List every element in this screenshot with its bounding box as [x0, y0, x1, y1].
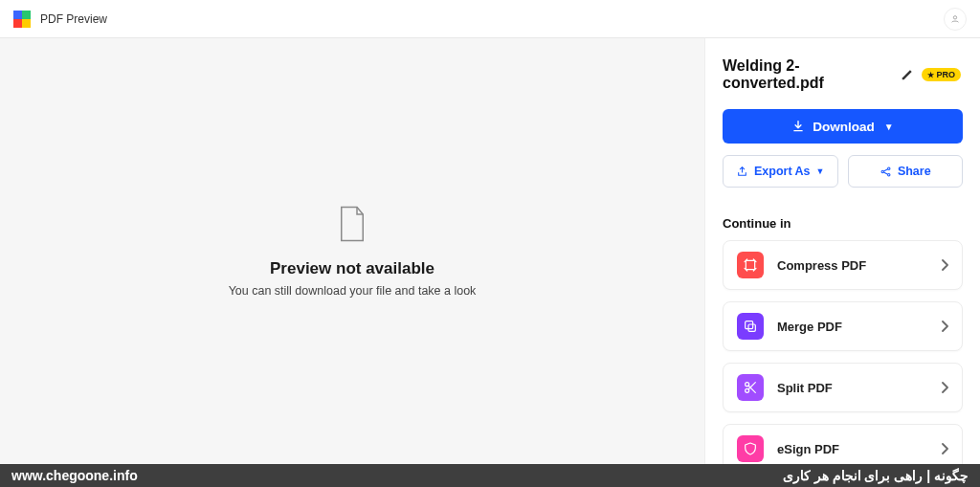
continue-label: Continue in [705, 188, 980, 240]
chevron-right-icon [941, 382, 948, 393]
tool-label: Compress PDF [777, 258, 866, 273]
export-label: Export As [754, 165, 811, 178]
share-button[interactable]: Share [848, 155, 964, 188]
watermark-bar: www.chegoone.info چگونه | راهی برای انجا… [0, 464, 980, 487]
tool-label: Split PDF [777, 381, 833, 395]
content: Preview not available You can still down… [0, 38, 980, 464]
tool-label: Merge PDF [777, 320, 842, 334]
export-button[interactable]: Export As ▼ [723, 155, 838, 188]
svg-point-0 [953, 15, 956, 18]
svg-point-1 [881, 170, 883, 172]
tool-compress[interactable]: Compress PDF [723, 240, 963, 290]
download-icon [791, 120, 805, 133]
file-title: Welding 2-converted.pdf [723, 57, 893, 92]
tool-label: eSign PDF [777, 442, 839, 456]
svg-point-2 [887, 167, 889, 169]
merge-icon [737, 313, 764, 340]
file-icon [338, 206, 367, 242]
chevron-right-icon [941, 259, 948, 271]
tool-list: Compress PDF Merge PDF Split PDF [705, 240, 980, 464]
esign-icon [737, 435, 764, 462]
account-circle[interactable] [944, 8, 967, 31]
split-icon [737, 374, 764, 401]
page-title: PDF Preview [40, 12, 107, 26]
download-button[interactable]: Download ▼ [723, 109, 963, 144]
watermark-tagline: چگونه | راهی برای انجام هر کاری [783, 468, 969, 483]
edit-icon[interactable] [901, 68, 914, 81]
preview-heading: Preview not available [270, 259, 434, 278]
user-icon [950, 14, 960, 24]
tool-esign[interactable]: eSign PDF [723, 424, 963, 464]
action-buttons: Download ▼ Export As ▼ Share [705, 92, 980, 188]
tool-merge[interactable]: Merge PDF [723, 301, 963, 351]
topbar: PDF Preview [0, 0, 980, 38]
chevron-right-icon [941, 321, 948, 332]
pro-badge: PRO [922, 68, 961, 81]
chevron-down-icon: ▼ [884, 122, 894, 132]
chevron-down-icon: ▼ [816, 166, 825, 176]
watermark-url: www.chegoone.info [11, 468, 138, 483]
share-label: Share [898, 165, 931, 178]
svg-point-3 [887, 173, 889, 175]
tool-split[interactable]: Split PDF [723, 363, 963, 412]
preview-pane: Preview not available You can still down… [0, 38, 704, 464]
compress-icon [737, 252, 764, 278]
file-title-row: Welding 2-converted.pdf PRO [705, 57, 980, 92]
export-icon [736, 166, 748, 178]
download-label: Download [813, 120, 875, 134]
share-icon [880, 166, 892, 178]
preview-subtext: You can still download your file and tak… [229, 284, 477, 298]
side-panel: Welding 2-converted.pdf PRO Download ▼ E… [704, 38, 980, 464]
svg-rect-5 [748, 324, 755, 331]
app-logo [13, 11, 31, 28]
chevron-right-icon [941, 443, 948, 454]
